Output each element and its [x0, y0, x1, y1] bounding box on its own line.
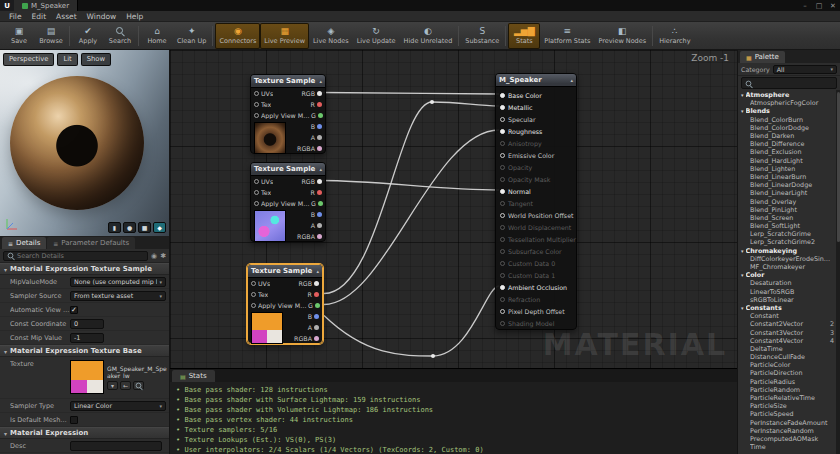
input-pin[interactable]: [251, 303, 256, 308]
input-pin[interactable]: [500, 321, 505, 326]
output-pin[interactable]: [317, 212, 322, 217]
preview-sphere-button[interactable]: ●: [123, 222, 136, 233]
input-pin[interactable]: [254, 201, 259, 206]
collapse-icon[interactable]: ▴: [316, 268, 319, 274]
search-details-input[interactable]: Search Details: [3, 251, 148, 261]
output-pin[interactable]: [317, 179, 322, 184]
palette-item-blend-exclusion[interactable]: Blend_Exclusion: [738, 148, 840, 156]
filter-icon[interactable]: ◉: [151, 252, 157, 260]
input-pin[interactable]: [254, 102, 259, 107]
palette-item-particleradius[interactable]: ParticleRadius: [738, 378, 840, 386]
output-pin[interactable]: [317, 91, 322, 96]
scrollbar-thumb[interactable]: [837, 92, 840, 242]
material-input-metallic[interactable]: Metallic: [496, 101, 576, 113]
wire-normal[interactable]: [322, 181, 499, 191]
wire-basecolor[interactable]: [322, 93, 499, 95]
texture-thumbnail[interactable]: [70, 360, 104, 394]
palette-item-lerp-scratchgrime[interactable]: Lerp_ScratchGrime: [738, 230, 840, 238]
input-pin[interactable]: [500, 297, 505, 302]
sampler-type-dropdown[interactable]: Linear Color▾: [70, 401, 166, 411]
palette-search-input[interactable]: [741, 77, 837, 89]
const-mip-value-input[interactable]: -1: [70, 333, 104, 343]
palette-item-time[interactable]: Time: [738, 443, 840, 451]
reroute-node[interactable]: [430, 100, 434, 104]
output-pin[interactable]: [317, 135, 322, 140]
output-pin[interactable]: [318, 201, 323, 206]
menu-file[interactable]: File: [4, 12, 27, 21]
output-pin[interactable]: [317, 102, 322, 107]
input-pin[interactable]: [251, 292, 256, 297]
palette-category-color[interactable]: ▾Color: [738, 271, 840, 279]
graph-panel[interactable]: Texture Sample▴UVsRGBTexRApply View MipB…: [170, 50, 737, 454]
asset-dropdown-arrow[interactable]: ▾: [107, 381, 118, 390]
palette-item-constant[interactable]: Constant: [738, 312, 840, 320]
input-pin[interactable]: [500, 165, 505, 170]
palette-scrollbar[interactable]: [836, 90, 840, 454]
category-dropdown[interactable]: All ▾: [773, 65, 837, 74]
save-button[interactable]: ▣Save: [3, 23, 35, 49]
material-input-tessellation-multiplier[interactable]: Tessellation Multiplier: [496, 233, 576, 245]
preview-custom-mesh-button[interactable]: ◆: [153, 222, 166, 233]
palette-category-atmosphere[interactable]: ▾Atmosphere: [738, 91, 840, 99]
section-header[interactable]: ▾Material Expression Texture Base: [0, 345, 169, 357]
wire-metallic[interactable]: [324, 102, 499, 294]
material-input-custom-data-0[interactable]: Custom Data 0: [496, 257, 576, 269]
input-pin[interactable]: [500, 141, 505, 146]
material-input-opacity-mask[interactable]: Opacity Mask: [496, 173, 576, 185]
input-pin[interactable]: [500, 153, 505, 158]
palette-category-constants[interactable]: ▾Constants: [738, 304, 840, 312]
palette-item-blend-linearburn[interactable]: Blend_LinearBurn: [738, 173, 840, 181]
live-update-button[interactable]: ↻Live Update: [353, 23, 400, 49]
palette-item-distancecullfade[interactable]: DistanceCullFade: [738, 353, 840, 361]
substance-button[interactable]: SSubstance: [461, 23, 503, 49]
input-pin[interactable]: [500, 189, 505, 194]
output-pin[interactable]: [314, 336, 319, 341]
desc-input[interactable]: [70, 441, 162, 451]
const-coordinate-input[interactable]: 0: [70, 319, 104, 329]
node-header[interactable]: Texture Sample▴: [251, 163, 325, 176]
output-pin[interactable]: [318, 113, 323, 118]
menu-window[interactable]: Window: [82, 12, 122, 21]
node-header[interactable]: M_Speaker▴: [496, 74, 576, 87]
input-pin[interactable]: [500, 117, 505, 122]
palette-item-precomputedaomask[interactable]: PrecomputedAOMask: [738, 435, 840, 443]
close-button[interactable]: ✕: [826, 2, 840, 10]
section-header[interactable]: ▾Material Expression Texture Sample: [0, 263, 169, 275]
input-pin[interactable]: [500, 285, 505, 290]
input-pin[interactable]: [500, 225, 505, 230]
material-input-roughness[interactable]: Roughness: [496, 125, 576, 137]
palette-item-particlerandom[interactable]: ParticleRandom: [738, 386, 840, 394]
palette-category-blends[interactable]: ▾Blends: [738, 107, 840, 115]
palette-item-particlerelativetime[interactable]: ParticleRelativeTime: [738, 394, 840, 402]
material-input-custom-data-1[interactable]: Custom Data 1: [496, 269, 576, 281]
tab-parameter-defaults[interactable]: ≡Parameter Defaults: [47, 237, 135, 249]
palette-item-lineartosrgb[interactable]: LinearToSRGB: [738, 288, 840, 296]
input-pin[interactable]: [500, 93, 505, 98]
mipvaluemode-dropdown[interactable]: None (use computed mip level)▾: [70, 277, 166, 287]
palette-item-particledirection[interactable]: ParticleDirection: [738, 369, 840, 377]
input-pin[interactable]: [251, 281, 256, 286]
show-button[interactable]: Show: [81, 53, 111, 66]
tab-details[interactable]: ≡Details: [2, 237, 46, 249]
palette-item-blend-linearlight[interactable]: Blend_LinearLight: [738, 189, 840, 197]
palette-item-blend-pinlight[interactable]: Blend_PinLight: [738, 206, 840, 214]
collapse-icon[interactable]: ▴: [570, 77, 573, 83]
live-preview-button[interactable]: ▦Live Preview: [260, 23, 309, 49]
texture-sample-node[interactable]: Texture Sample▴UVsRGBTexRApply View MipB…: [250, 162, 326, 242]
node-header[interactable]: Texture Sample▴: [248, 265, 322, 278]
stats-button[interactable]: ▂▅▇Stats: [508, 23, 540, 49]
palette-item-atmosphericfogcolor[interactable]: AtmosphericFogColor: [738, 99, 840, 107]
material-input-opacity[interactable]: Opacity: [496, 161, 576, 173]
menu-asset[interactable]: Asset: [51, 12, 82, 21]
material-input-shading-model[interactable]: Shading Model: [496, 317, 576, 329]
preview-nodes-button[interactable]: ◧Preview Nodes: [594, 23, 650, 49]
hierarchy-button[interactable]: ∴Hierarchy: [655, 23, 694, 49]
sampler-source-dropdown[interactable]: From texture asset▾: [70, 291, 166, 301]
input-pin[interactable]: [500, 273, 505, 278]
hide-unrelated-button[interactable]: ◐Hide Unrelated: [400, 23, 457, 49]
input-pin[interactable]: [500, 129, 505, 134]
connectors-button[interactable]: ◉Connectors: [215, 23, 260, 49]
palette-item-blend-difference[interactable]: Blend_Difference: [738, 140, 840, 148]
palette-item-deltatime[interactable]: DeltaTime: [738, 345, 840, 353]
automatic-view-mip-bias-checkbox[interactable]: ✓: [70, 306, 78, 314]
